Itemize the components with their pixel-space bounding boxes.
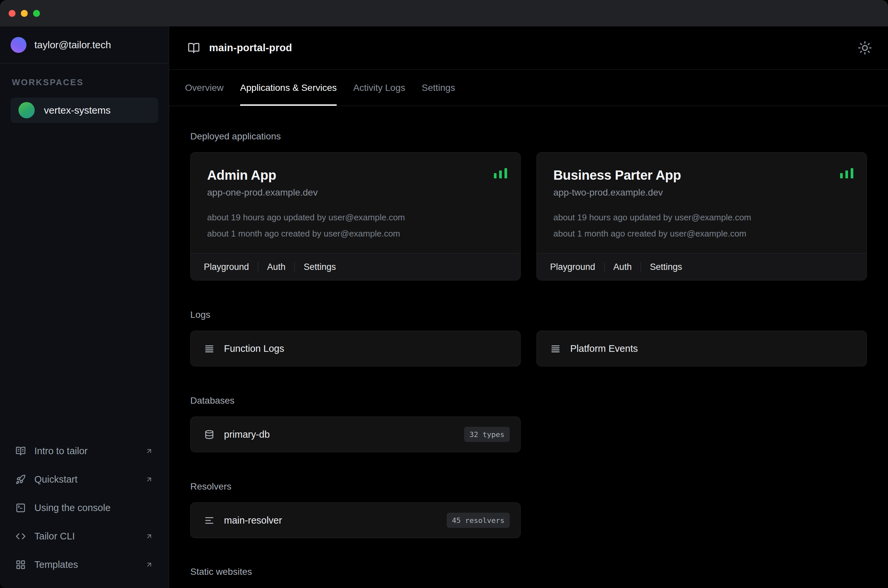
main-panel: main-portal-prod Overview Applications &…: [169, 26, 888, 588]
section-heading: Static websites: [190, 567, 867, 577]
log-lines-icon: [204, 344, 214, 354]
app-domain: app-two-prod.example.dev: [554, 187, 850, 198]
tab-settings[interactable]: Settings: [422, 70, 455, 106]
list-item-label: primary-db: [224, 429, 270, 440]
traffic-lights: [9, 10, 40, 17]
settings-link[interactable]: Settings: [304, 262, 336, 272]
page-title: main-portal-prod: [209, 42, 292, 54]
sidebar-item-templates[interactable]: Templates: [15, 550, 153, 579]
doc-link-label: Templates: [34, 559, 78, 570]
divider: [604, 262, 604, 272]
database-icon: [204, 430, 214, 440]
app-card-body: Admin App app-one-prod.example.dev about…: [190, 153, 520, 254]
list-item-label: main-resolver: [224, 515, 282, 526]
section-heading: Deployed applications: [190, 131, 867, 142]
sidebar-item-using-the-console[interactable]: Using the console: [15, 494, 153, 522]
external-link-icon: [146, 476, 153, 483]
list-item-primary-db[interactable]: primary-db 32 types: [190, 417, 520, 452]
section-heading: Logs: [190, 309, 867, 320]
auth-link[interactable]: Auth: [614, 262, 632, 272]
sidebar: taylor@tailor.tech WORKSPACES vertex-sys…: [0, 26, 169, 588]
list-item-label: Function Logs: [224, 343, 284, 354]
playground-link[interactable]: Playground: [550, 262, 595, 272]
zoom-window-button[interactable]: [33, 10, 40, 17]
list-item-platform-events[interactable]: Platform Events: [537, 331, 867, 366]
app-created-meta: about 1 month ago created by user@exampl…: [207, 229, 504, 239]
account-email: taylor@tailor.tech: [34, 39, 111, 51]
resolvers-count-badge: 45 resolvers: [447, 513, 510, 528]
sidebar-item-workspace-vertex-systems[interactable]: vertex-systems: [10, 98, 158, 123]
sidebar-item-intro-to-tailor[interactable]: Intro to tailor: [15, 437, 153, 465]
titlebar: [0, 0, 888, 26]
avatar: [10, 37, 26, 53]
app-window: taylor@tailor.tech WORKSPACES vertex-sys…: [0, 0, 888, 588]
external-link-icon: [146, 532, 153, 540]
divider: [294, 262, 295, 272]
main-header: main-portal-prod: [169, 26, 888, 70]
list-item-main-resolver[interactable]: main-resolver 45 resolvers: [190, 502, 520, 538]
workspace-color-dot: [18, 102, 34, 118]
app-updated-meta: about 19 hours ago updated by user@examp…: [554, 212, 850, 223]
section-resolvers: Resolvers main-resolver 45 resolvers: [190, 481, 867, 538]
minimize-window-button[interactable]: [21, 10, 28, 17]
workspaces-section-label: WORKSPACES: [12, 77, 169, 87]
auth-link[interactable]: Auth: [267, 262, 286, 272]
content-area: Deployed applications Admin App app-one-…: [169, 106, 888, 588]
app-updated-meta: about 19 hours ago updated by user@examp…: [207, 212, 504, 223]
external-link-icon: [146, 561, 153, 568]
code-icon: [15, 531, 26, 542]
close-window-button[interactable]: [9, 10, 15, 17]
app-card-admin-app: Admin App app-one-prod.example.dev about…: [190, 152, 520, 280]
section-logs: Logs Function Logs Platform: [190, 309, 867, 366]
status-bars-icon: [840, 168, 854, 178]
sidebar-item-quickstart[interactable]: Quickstart: [15, 465, 153, 494]
resolver-lines-icon: [204, 516, 214, 525]
doc-link-label: Quickstart: [34, 474, 78, 485]
tab-overview[interactable]: Overview: [185, 70, 224, 106]
section-deployed-applications: Deployed applications Admin App app-one-…: [190, 131, 867, 280]
divider: [258, 262, 258, 272]
app-card-business-parter-app: Business Parter App app-two-prod.example…: [537, 152, 867, 280]
app-card-body: Business Parter App app-two-prod.example…: [537, 153, 867, 254]
section-static-websites: Static websites: [190, 567, 867, 588]
external-link-icon: [146, 447, 153, 455]
app-name: Admin App: [207, 168, 504, 183]
status-bars-icon: [494, 168, 507, 178]
list-item-function-logs[interactable]: Function Logs: [190, 331, 520, 366]
account-menu[interactable]: taylor@tailor.tech: [0, 26, 169, 63]
workspace-name: vertex-systems: [44, 105, 111, 116]
divider: [640, 262, 641, 272]
app-card-footer: Playground Auth Settings: [537, 254, 867, 280]
doc-link-label: Using the console: [34, 502, 111, 513]
tab-bar: Overview Applications & Services Activit…: [169, 70, 888, 106]
sidebar-spacer: [0, 123, 169, 437]
book-open-icon: [188, 42, 200, 54]
doc-link-label: Tailor CLI: [34, 531, 75, 542]
section-heading: Resolvers: [190, 481, 867, 492]
grid-icon: [15, 560, 26, 570]
app-created-meta: about 1 month ago created by user@exampl…: [554, 229, 850, 239]
theme-toggle-sun-icon[interactable]: [858, 40, 872, 55]
app-name: Business Parter App: [554, 168, 850, 183]
types-count-badge: 32 types: [464, 427, 510, 442]
docs-links: Intro to tailor Quickstart: [0, 437, 169, 588]
terminal-icon: [15, 503, 26, 513]
tab-activity-logs[interactable]: Activity Logs: [353, 70, 405, 106]
playground-link[interactable]: Playground: [204, 262, 249, 272]
app-card-footer: Playground Auth Settings: [190, 254, 520, 280]
book-open-text-icon: [15, 446, 26, 456]
sidebar-item-tailor-cli[interactable]: Tailor CLI: [15, 522, 153, 550]
app-domain: app-one-prod.example.dev: [207, 187, 504, 198]
list-item-label: Platform Events: [570, 343, 638, 354]
settings-link[interactable]: Settings: [650, 262, 682, 272]
doc-link-label: Intro to tailor: [34, 446, 87, 456]
section-heading: Databases: [190, 395, 867, 406]
section-databases: Databases primary-db 32 types: [190, 395, 867, 452]
log-lines-icon: [551, 344, 560, 354]
tab-applications-services[interactable]: Applications & Services: [240, 70, 337, 106]
rocket-icon: [15, 474, 26, 484]
